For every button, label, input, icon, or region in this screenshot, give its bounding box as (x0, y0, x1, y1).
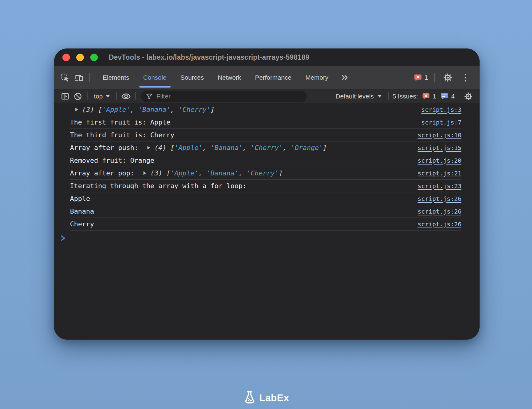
source-link[interactable]: script.js:21 (412, 170, 462, 177)
settings-button[interactable] (441, 71, 455, 85)
log-text: Apple (70, 195, 90, 202)
console-row: Array after push: (4) ['Apple', 'Banana'… (70, 141, 461, 154)
more-tabs-button[interactable] (338, 71, 352, 85)
console-message: (3) ['Apple', 'Banana', 'Cherry'] (70, 106, 214, 113)
array-string: 'Banana' (138, 106, 170, 113)
console-message: Removed fruit: Orange (70, 157, 154, 164)
source-link[interactable]: script.js:26 (412, 208, 462, 215)
source-link[interactable]: script.js:23 (412, 182, 462, 190)
traffic-lights (62, 54, 98, 61)
tab-performance[interactable]: Performance (248, 66, 298, 89)
divider (87, 92, 88, 100)
divider (434, 73, 435, 82)
array-preview: (3) ['Apple', 'Banana', 'Cherry'] (82, 106, 214, 113)
console-row: The first fruit is: Applescript.js:7 (70, 116, 461, 129)
issues-message-count: 4 (451, 93, 455, 100)
source-link[interactable]: script.js:7 (415, 119, 461, 126)
console-row: Array after pop: (3) ['Apple', 'Banana',… (70, 167, 461, 180)
console-message: Banana (70, 208, 94, 215)
log-text: The first fruit is: Apple (70, 118, 170, 126)
minimize-window-button[interactable] (76, 54, 84, 61)
source-link[interactable]: script.js:26 (412, 221, 462, 228)
console-message: Array after push: (4) ['Apple', 'Banana'… (70, 144, 327, 151)
clear-console-button[interactable] (71, 90, 84, 102)
inspect-element-button[interactable] (58, 71, 72, 85)
console-message: Array after pop: (3) ['Apple', 'Banana',… (70, 169, 283, 177)
expand-arrow-icon[interactable] (147, 145, 151, 150)
tab-network[interactable]: Network (211, 66, 248, 89)
console-row: Bananascript.js:26 (70, 205, 461, 218)
log-text: Array after pop: (70, 169, 138, 177)
expand-arrow-icon[interactable] (75, 107, 78, 112)
source-link[interactable]: script.js:26 (412, 195, 462, 202)
issues-counter[interactable]: 5 Issues: 1 4 (391, 92, 456, 100)
array-string: 'Cherry' (251, 144, 283, 151)
log-text: Iterating through the array with a for l… (70, 182, 247, 190)
eye-watch-button[interactable] (120, 90, 132, 102)
log-text: Cherry (70, 220, 94, 228)
log-text: Array after push: (70, 144, 142, 151)
divider (388, 92, 389, 100)
array-string: 'Banana' (211, 144, 243, 151)
console-settings-button[interactable] (462, 90, 475, 102)
source-link[interactable]: script.js:10 (412, 131, 462, 139)
log-levels-selector[interactable]: Default levels (332, 93, 385, 100)
block-circle-icon (74, 92, 82, 101)
error-badge-icon (422, 92, 430, 100)
console-output: (3) ['Apple', 'Banana', 'Cherry']script.… (54, 103, 480, 340)
expand-arrow-icon[interactable] (143, 171, 147, 175)
console-row: Iterating through the array with a for l… (70, 180, 461, 192)
tab-console[interactable]: Console (136, 66, 174, 89)
devtools-window: DevTools - labex.io/labs/javascript-java… (54, 48, 480, 340)
console-prompt[interactable] (61, 235, 480, 241)
window-title: DevTools - labex.io/labs/javascript-java… (109, 53, 309, 62)
divider (116, 92, 117, 100)
console-row: The third fruit is: Cherryscript.js:10 (70, 129, 461, 141)
log-text: Banana (70, 208, 94, 215)
close-window-button[interactable] (62, 54, 70, 61)
console-toolbar: top Default levels (54, 89, 480, 103)
error-count: 1 (424, 74, 428, 81)
console-message: The first fruit is: Apple (70, 118, 170, 126)
source-link[interactable]: script.js:3 (415, 106, 461, 113)
tab-sources[interactable]: Sources (174, 66, 211, 89)
console-messages: (3) ['Apple', 'Banana', 'Cherry']script.… (54, 103, 480, 231)
array-string: 'Cherry' (247, 169, 279, 177)
labex-brand: LabEx (0, 391, 532, 405)
array-string: 'Banana' (207, 169, 239, 177)
filter-box (141, 91, 307, 102)
divider (135, 92, 136, 100)
gear-icon (464, 92, 473, 101)
filter-input[interactable] (156, 93, 302, 100)
zoom-window-button[interactable] (90, 54, 98, 61)
console-row: Removed fruit: Orangescript.js:20 (70, 154, 461, 167)
console-row: Cherryscript.js:26 (70, 218, 461, 231)
inspect-cursor-icon (61, 73, 70, 82)
source-link[interactable]: script.js:15 (412, 144, 462, 151)
console-message: Apple (70, 195, 90, 202)
devtools-tabbar: ElementsConsoleSourcesNetworkPerformance… (54, 66, 480, 89)
context-label: top (94, 93, 103, 100)
show-console-sidebar-button[interactable] (59, 90, 71, 102)
issues-error-count: 1 (433, 93, 436, 100)
issues-label: 5 Issues: (393, 93, 418, 100)
sidebar-panel-icon (61, 92, 69, 101)
levels-label: Default levels (336, 93, 374, 100)
kebab-menu-button[interactable]: ⋮ (458, 73, 473, 82)
tab-elements[interactable]: Elements (96, 66, 136, 89)
array-string: 'Apple' (175, 144, 203, 151)
device-toolbar-button[interactable] (72, 71, 86, 85)
eye-icon (121, 92, 131, 101)
source-link[interactable]: script.js:20 (412, 157, 462, 164)
execution-context-selector[interactable]: top (90, 93, 114, 100)
tab-memory[interactable]: Memory (298, 66, 335, 89)
array-string: 'Apple' (102, 106, 130, 113)
console-error-indicator[interactable]: 1 (414, 74, 428, 82)
console-message: Cherry (70, 220, 94, 228)
console-message: The third fruit is: Cherry (70, 131, 174, 139)
array-string: 'Orange' (291, 144, 323, 151)
array-string: 'Cherry' (178, 106, 211, 113)
array-preview: (4) ['Apple', 'Banana', 'Cherry', 'Orang… (154, 144, 327, 151)
divider (89, 73, 90, 82)
error-badge-icon (414, 74, 422, 82)
